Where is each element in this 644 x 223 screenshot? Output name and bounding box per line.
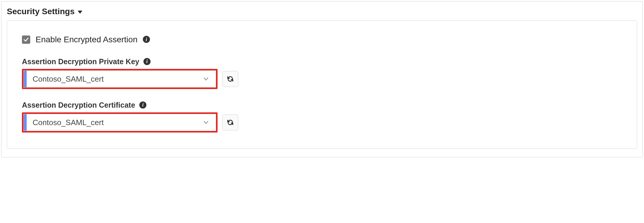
info-icon[interactable]: i xyxy=(143,58,151,65)
enable-encrypted-assertion-checkbox[interactable] xyxy=(22,35,30,44)
caret-down-icon xyxy=(78,11,82,14)
highlight-frame: Contoso_SAML_cert xyxy=(22,112,218,132)
certificate-label-row: Assertion Decryption Certificate i xyxy=(22,101,622,109)
certificate-select[interactable]: Contoso_SAML_cert xyxy=(23,114,216,131)
certificate-label: Assertion Decryption Certificate xyxy=(22,101,135,109)
chevron-down-icon xyxy=(196,76,216,82)
section-header[interactable]: Security Settings xyxy=(7,7,637,20)
check-icon xyxy=(23,37,29,43)
highlight-frame: Contoso_SAML_cert xyxy=(22,69,218,89)
section-title: Security Settings xyxy=(7,7,75,16)
select-accent-bar xyxy=(24,71,27,87)
private-key-label: Assertion Decryption Private Key xyxy=(22,57,139,66)
private-key-refresh-button[interactable] xyxy=(222,71,238,87)
select-accent-bar xyxy=(24,114,27,131)
private-key-value: Contoso_SAML_cert xyxy=(27,75,196,84)
certificate-value: Contoso_SAML_cert xyxy=(27,118,196,127)
refresh-icon xyxy=(226,75,234,83)
private-key-field: Assertion Decryption Private Key i Conto… xyxy=(22,57,622,89)
private-key-select-row: Contoso_SAML_cert xyxy=(22,69,622,89)
enable-encrypted-assertion-row: Enable Encrypted Assertion i xyxy=(22,35,622,44)
certificate-field: Assertion Decryption Certificate i Conto… xyxy=(22,101,622,132)
certificate-select-row: Contoso_SAML_cert xyxy=(22,112,622,132)
chevron-down-icon xyxy=(196,119,216,126)
certificate-refresh-button[interactable] xyxy=(222,114,238,130)
private-key-label-row: Assertion Decryption Private Key i xyxy=(22,57,622,66)
enable-encrypted-assertion-label: Enable Encrypted Assertion xyxy=(36,35,138,44)
settings-panel: Enable Encrypted Assertion i Assertion D… xyxy=(7,20,637,149)
info-icon[interactable]: i xyxy=(143,36,150,43)
info-icon[interactable]: i xyxy=(139,101,146,109)
private-key-select[interactable]: Contoso_SAML_cert xyxy=(23,70,216,88)
security-settings-container: Security Settings Enable Encrypted Asser… xyxy=(1,1,643,157)
refresh-icon xyxy=(226,119,234,126)
